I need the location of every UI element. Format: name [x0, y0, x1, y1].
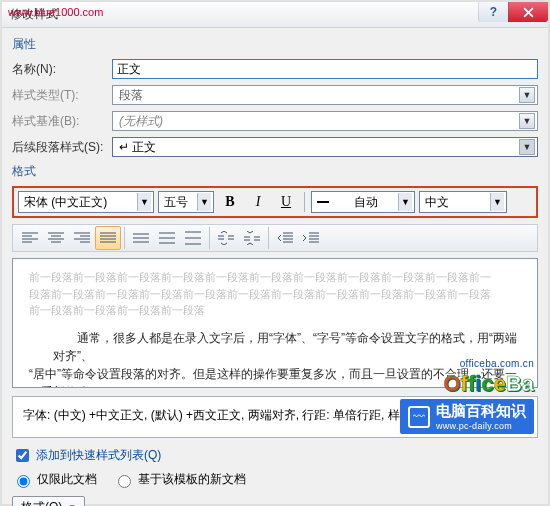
name-label: 名称(N): [12, 61, 112, 78]
line-spacing-2-button[interactable] [180, 226, 206, 250]
lang-value: 中文 [425, 194, 486, 211]
format-button-label: 格式(O) [21, 499, 62, 507]
pcdaily-zh: 电脑百科知识 [436, 402, 526, 421]
name-input[interactable] [112, 59, 538, 79]
chevron-down-icon: ▼ [519, 113, 535, 129]
pcdaily-en: www.pc-daily.com [436, 421, 526, 431]
decrease-indent-button[interactable] [272, 226, 298, 250]
separator [268, 227, 269, 249]
line-spacing-1-button[interactable] [128, 226, 154, 250]
base-label: 样式基准(B): [12, 113, 112, 130]
paragraph-toolbar [12, 224, 538, 252]
separator [209, 227, 210, 249]
watermark-url: www.blue1000.com [8, 6, 103, 18]
chevron-down-icon[interactable]: ▼ [197, 193, 211, 211]
align-center-button[interactable] [43, 226, 69, 250]
color-value: 自动 [337, 194, 394, 211]
align-justify-button[interactable] [95, 226, 121, 250]
highlight-format-bar: 宋体 (中文正文) ▼ 五号 ▼ B I U 自动 ▼ 中文 ▼ [12, 186, 538, 218]
add-quick-style-checkbox[interactable]: 添加到快速样式列表(Q) [12, 446, 161, 465]
branding: officeba.com.cn OfficeBa 〰 电脑百科知识 www.pc… [400, 358, 534, 434]
italic-button[interactable]: I [246, 191, 270, 213]
only-this-doc-radio[interactable]: 仅限此文档 [12, 471, 97, 488]
officeba-url: officeba.com.cn [460, 358, 534, 369]
chevron-down-icon: ▼ [519, 87, 535, 103]
align-right-button[interactable] [69, 226, 95, 250]
follow-value: ↵ 正文 [119, 139, 156, 156]
underline-button[interactable]: U [274, 191, 298, 213]
separator [124, 227, 125, 249]
increase-indent-button[interactable] [298, 226, 324, 250]
chevron-down-icon: ▼ [68, 503, 76, 507]
chevron-down-icon[interactable]: ▼ [519, 139, 535, 155]
type-value: 段落 [119, 87, 143, 104]
chevron-down-icon[interactable]: ▼ [137, 193, 151, 211]
add-quick-style-label: 添加到快速样式列表(Q) [36, 447, 161, 464]
decrease-para-space-button[interactable] [239, 226, 265, 250]
base-value: (无样式) [119, 113, 163, 130]
align-left-button[interactable] [17, 226, 43, 250]
section-properties: 属性 [12, 36, 538, 53]
template-based-radio[interactable]: 基于该模板的新文档 [113, 471, 246, 488]
increase-para-space-button[interactable] [213, 226, 239, 250]
line-spacing-1-5-button[interactable] [154, 226, 180, 250]
font-combo[interactable]: 宋体 (中文正文) ▼ [18, 191, 154, 213]
template-based-label: 基于该模板的新文档 [138, 471, 246, 488]
lang-combo[interactable]: 中文 ▼ [419, 191, 507, 213]
format-dropdown-button[interactable]: 格式(O) ▼ [12, 496, 85, 506]
officeba-logo: OfficeBa [443, 371, 534, 397]
only-this-doc-label: 仅限此文档 [37, 471, 97, 488]
add-quick-style-input[interactable] [16, 449, 29, 462]
pcdaily-badge: 〰 电脑百科知识 www.pc-daily.com [400, 399, 534, 434]
only-this-doc-input[interactable] [17, 475, 30, 488]
size-combo[interactable]: 五号 ▼ [158, 191, 214, 213]
font-value: 宋体 (中文正文) [24, 194, 133, 211]
follow-select[interactable]: ↵ 正文 ▼ [112, 137, 538, 157]
chevron-down-icon[interactable]: ▼ [490, 193, 504, 211]
base-select: (无样式) ▼ [112, 111, 538, 131]
type-select: 段落 ▼ [112, 85, 538, 105]
template-based-input[interactable] [118, 475, 131, 488]
chevron-down-icon[interactable]: ▼ [398, 193, 412, 211]
separator [304, 192, 305, 212]
color-swatch [317, 201, 329, 203]
size-value: 五号 [164, 194, 193, 211]
help-button[interactable]: ? [478, 2, 508, 22]
bold-button[interactable]: B [218, 191, 242, 213]
section-format: 格式 [12, 163, 538, 180]
follow-label: 后续段落样式(S): [12, 139, 112, 156]
preview-ghost-top: 前一段落前一段落前一段落前一段落前一段落前一段落前一段落前一段落前一段落前一段落… [29, 269, 521, 319]
monitor-icon: 〰 [408, 406, 430, 428]
type-label: 样式类型(T): [12, 87, 112, 104]
font-color-combo[interactable]: 自动 ▼ [311, 191, 415, 213]
close-button[interactable] [508, 2, 548, 22]
